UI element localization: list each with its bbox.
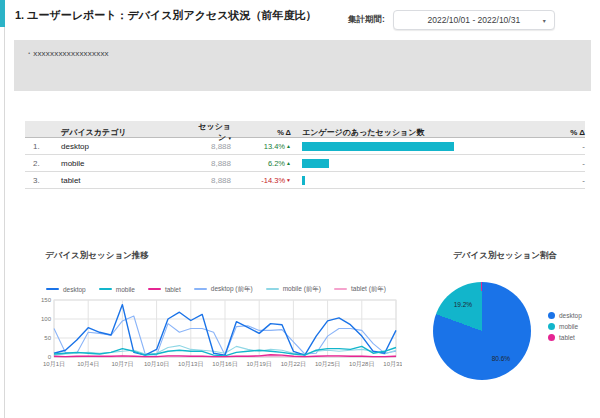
report-page: 1. ユーザーレポート：デバイス別アクセス状況（前年度比） 集計期間: 2022… <box>0 0 600 418</box>
date-range-select[interactable]: 2022/10/01 - 2022/10/31 ▾ <box>393 10 555 30</box>
svg-text:10月1日: 10月1日 <box>43 361 65 368</box>
page-accent-bar <box>0 0 5 27</box>
sessions-value: 8,888 <box>191 159 231 168</box>
header-delta: % Δ <box>231 128 291 137</box>
svg-text:10月19日: 10月19日 <box>247 361 272 368</box>
note-box: ・xxxxxxxxxxxxxxxxxx <box>14 40 591 91</box>
engaged-bar-cell <box>291 159 535 168</box>
device-table: デバイスカテゴリ セッション ▾ % Δ エンゲージのあったセッション数 % Δ… <box>25 121 585 189</box>
svg-text:10月28日: 10月28日 <box>349 361 374 368</box>
engaged-bar <box>302 176 305 185</box>
device-name: desktop <box>61 142 191 151</box>
date-range-filter: 集計期間: 2022/10/01 - 2022/10/31 ▾ <box>348 10 555 30</box>
legend-item: tablet (前年) <box>334 285 386 294</box>
legend-swatch <box>148 288 161 290</box>
legend-item: desktop <box>548 312 582 319</box>
line-chart: 05010015010月1日10月4日10月7日10月10日10月13日10月1… <box>30 294 402 386</box>
legend-swatch <box>99 288 112 290</box>
table-header-row: デバイスカテゴリ セッション ▾ % Δ エンゲージのあったセッション数 % Δ <box>25 121 585 138</box>
pie-chart-card: デバイス別セッション割合 80.6%19.2% desktopmobiletab… <box>420 250 600 410</box>
date-range-value: 2022/10/01 - 2022/10/31 <box>428 15 521 25</box>
sessions-delta: 13.4%▲ <box>231 142 291 151</box>
filter-label: 集計期間: <box>348 14 385 26</box>
svg-text:10月16日: 10月16日 <box>212 361 237 368</box>
line-chart-title: デバイス別セッション推移 <box>45 250 402 262</box>
engaged-bar-cell <box>291 142 535 151</box>
svg-text:10月7日: 10月7日 <box>111 361 133 368</box>
engaged-delta: - <box>535 176 585 185</box>
legend-dot <box>548 334 555 341</box>
header-device: デバイスカテゴリ <box>61 127 191 138</box>
row-index: 2. <box>25 159 61 168</box>
svg-text:0: 0 <box>48 354 52 360</box>
legend-swatch <box>194 288 207 290</box>
pie-chart: 80.6%19.2% <box>433 282 531 380</box>
pie-chart-legend: desktopmobiletablet <box>548 312 582 341</box>
page-left-border <box>4 0 5 418</box>
chevron-down-icon: ▾ <box>543 17 546 24</box>
header-engaged-delta: % Δ <box>535 128 585 137</box>
note-text: ・xxxxxxxxxxxxxxxxxx <box>14 40 591 59</box>
legend-swatch <box>334 288 347 290</box>
table-body: 1.desktop8,88813.4%▲-2.mobile8,8886.2%▲-… <box>25 138 585 189</box>
engaged-delta: - <box>535 142 585 151</box>
pie-circle <box>433 282 531 380</box>
legend-item: mobile <box>99 286 135 293</box>
sessions-value: 8,888 <box>191 176 231 185</box>
svg-text:100: 100 <box>41 316 52 322</box>
engaged-bar-cell <box>291 176 535 185</box>
table-row[interactable]: 2.mobile8,8886.2%▲- <box>25 155 585 172</box>
row-index: 3. <box>25 176 61 185</box>
svg-text:10月4日: 10月4日 <box>77 361 99 368</box>
legend-swatch <box>46 288 59 290</box>
sessions-delta: 6.2%▲ <box>231 159 291 168</box>
svg-text:150: 150 <box>41 297 52 303</box>
svg-text:10月13日: 10月13日 <box>178 361 203 368</box>
device-name: tablet <box>61 176 191 185</box>
pie-slice-label: 19.2% <box>454 301 472 308</box>
table-row[interactable]: 1.desktop8,88813.4%▲- <box>25 138 585 155</box>
legend-item: tablet <box>148 286 181 293</box>
engaged-delta: - <box>535 159 585 168</box>
svg-text:10月10日: 10月10日 <box>144 361 169 368</box>
engaged-bar <box>302 159 329 168</box>
device-name: mobile <box>61 159 191 168</box>
sessions-value: 8,888 <box>191 142 231 151</box>
svg-text:50: 50 <box>44 335 51 341</box>
engaged-bar <box>302 142 454 151</box>
pie-slice-label: 80.6% <box>492 355 510 362</box>
pie-chart-title: デバイス別セッション割合 <box>410 250 600 262</box>
legend-item: desktop <box>46 286 86 293</box>
legend-dot <box>548 312 555 319</box>
legend-dot <box>548 323 555 330</box>
line-chart-legend: desktopmobiletabletdesktop (前年)mobile (前… <box>30 284 402 294</box>
sessions-delta: -14.3%▼ <box>231 176 291 185</box>
legend-item: mobile <box>548 323 582 330</box>
header-sessions[interactable]: セッション ▾ <box>191 121 231 143</box>
svg-text:10月31日: 10月31日 <box>383 361 402 368</box>
legend-item: mobile (前年) <box>266 285 321 294</box>
table-row[interactable]: 3.tablet8,888-14.3%▼- <box>25 172 585 189</box>
line-chart-card: デバイス別セッション推移 desktopmobiletabletdesktop … <box>30 250 402 390</box>
svg-text:10月25日: 10月25日 <box>315 361 340 368</box>
legend-swatch <box>266 288 279 290</box>
legend-item: tablet <box>548 334 582 341</box>
svg-text:10月22日: 10月22日 <box>281 361 306 368</box>
header-engaged: エンゲージのあったセッション数 <box>291 127 535 138</box>
row-index: 1. <box>25 142 61 151</box>
page-title: 1. ユーザーレポート：デバイス別アクセス状況（前年度比） <box>15 8 317 23</box>
legend-item: desktop (前年) <box>194 285 253 294</box>
